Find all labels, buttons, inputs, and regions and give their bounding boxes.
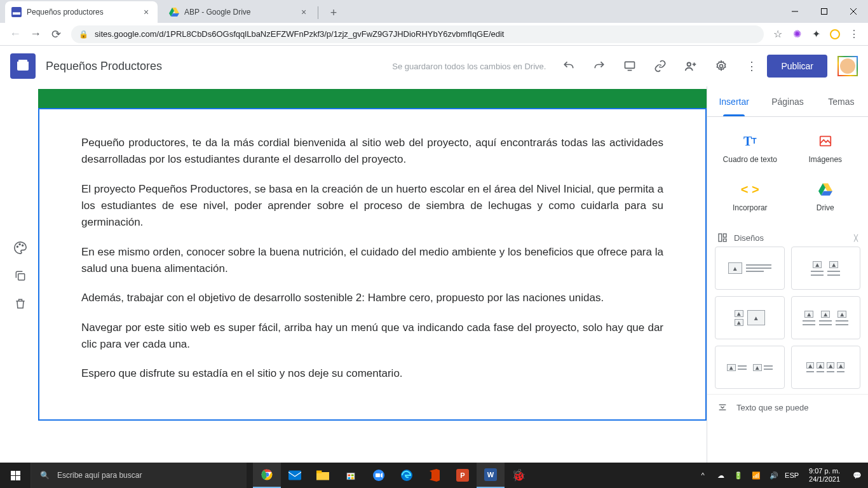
store-taskbar-icon[interactable]	[337, 463, 365, 488]
word-taskbar-icon[interactable]: W	[477, 463, 505, 488]
edge-taskbar-icon[interactable]	[393, 463, 421, 488]
link-button[interactable]	[653, 58, 668, 74]
nav-reload-button[interactable]: ⟳	[46, 24, 66, 44]
layout-option-2[interactable]: ▲ ▲	[791, 247, 861, 290]
paragraph[interactable]: Navegar por este sitio web es super fáci…	[81, 320, 663, 353]
collapse-icon[interactable]: ╳	[854, 234, 858, 241]
settings-button[interactable]	[714, 58, 729, 74]
url-input[interactable]: 🔒 sites.google.com/d/1PRL8CbDs6OGsfqqlLb…	[71, 25, 764, 43]
sites-logo-icon[interactable]	[10, 53, 36, 79]
account-avatar[interactable]	[837, 56, 858, 76]
browser-tab-inactive[interactable]: ABP - Google Drive ×	[163, 1, 315, 23]
close-tab-icon[interactable]: ×	[141, 7, 151, 17]
tray-lang[interactable]: ESP	[786, 471, 797, 479]
tab-themes[interactable]: Temas	[815, 86, 868, 116]
extension-purple-icon[interactable]: ✺	[790, 28, 803, 41]
chrome-menu-icon[interactable]: ⋮	[848, 28, 860, 41]
collapsible-text-item[interactable]: Texto que se puede	[707, 394, 868, 420]
svg-rect-37	[376, 473, 380, 477]
share-button[interactable]	[683, 58, 698, 74]
tray-chevron-icon[interactable]: ^	[697, 471, 709, 479]
paragraph[interactable]: Pequeño productores, te da la más cordia…	[81, 135, 663, 168]
tray-volume-icon[interactable]: 🔊	[768, 471, 780, 480]
tray-onedrive-icon[interactable]: ☁	[715, 471, 726, 480]
thumb-image-icon: ▲	[821, 311, 830, 318]
app-taskbar-icon[interactable]: 🐞	[505, 463, 532, 488]
page-canvas[interactable]: Pequeño productores, te da la más cordia…	[38, 89, 707, 463]
maximize-button[interactable]	[810, 0, 839, 23]
header-section[interactable]	[38, 89, 707, 108]
publish-button[interactable]: Publicar	[767, 55, 827, 78]
more-button[interactable]: ⋮	[744, 58, 759, 74]
layout-option-5[interactable]: ▲ ▲	[715, 346, 785, 389]
system-tray: ^ ☁ 🔋 📶 🔊 ESP 9:07 p. m. 24/1/2021 💬	[692, 467, 868, 484]
thumb-image-icon: ▲	[727, 364, 736, 371]
svg-point-15	[22, 245, 24, 246]
office-taskbar-icon[interactable]	[421, 463, 449, 488]
explorer-taskbar-icon[interactable]	[309, 463, 337, 488]
tray-notifications-icon[interactable]: 💬	[851, 471, 863, 480]
tab-insert[interactable]: Insertar	[707, 86, 761, 116]
extension-circle-icon[interactable]	[829, 28, 841, 41]
insert-textbox[interactable]: TT Cuadro de texto	[712, 125, 788, 173]
insert-drive[interactable]: Drive	[788, 173, 864, 221]
site-title[interactable]: Pequeños Productores	[46, 60, 162, 73]
tray-wifi-icon[interactable]: 📶	[750, 471, 762, 480]
lock-icon: 🔒	[79, 30, 88, 39]
star-icon[interactable]: ☆	[771, 28, 784, 41]
canvas-area: Pequeño productores, te da la más cordia…	[0, 86, 707, 463]
tray-time: 9:07 p. m.	[809, 467, 840, 475]
new-tab-button[interactable]: +	[325, 4, 342, 22]
insert-label: Drive	[817, 203, 834, 212]
preview-button[interactable]	[622, 58, 637, 74]
paragraph[interactable]: El proyecto Pequeños Productores, se bas…	[81, 181, 663, 231]
tray-clock[interactable]: 9:07 p. m. 24/1/2021	[804, 467, 845, 484]
redo-button[interactable]	[592, 58, 607, 74]
layout-option-1[interactable]: ▲	[715, 247, 785, 290]
layouts-label: Diseños	[734, 233, 764, 243]
tray-battery-icon[interactable]: 🔋	[733, 471, 744, 480]
browser-tab-strip: ▬ Pequeños productores × ABP - Google Dr…	[0, 0, 868, 23]
tab-pages[interactable]: Páginas	[761, 86, 814, 116]
nav-back-button[interactable]: ←	[5, 24, 25, 44]
zoom-taskbar-icon[interactable]	[365, 463, 393, 488]
nav-forward-button[interactable]: →	[25, 24, 46, 44]
thumb-image-icon: ▲	[806, 362, 814, 369]
start-button[interactable]	[0, 463, 31, 488]
textbox-icon: TT	[742, 133, 757, 149]
powerpoint-taskbar-icon[interactable]: P	[449, 463, 477, 488]
minimize-button[interactable]	[780, 0, 810, 23]
layout-option-4[interactable]: ▲ ▲ ▲	[791, 296, 861, 339]
svg-point-12	[720, 65, 723, 68]
paragraph[interactable]: Espero que disfrute su estadía en el sit…	[81, 365, 663, 382]
paragraph[interactable]: Además, trabajar con el objetivo de desa…	[81, 290, 663, 306]
selected-text-block[interactable]: Pequeño productores, te da la más cordia…	[38, 108, 707, 421]
insert-grid: TT Cuadro de texto Imágenes < > Incorpor…	[707, 117, 868, 226]
close-window-button[interactable]	[839, 0, 868, 23]
sites-app-bar: Pequeños Productores Se guardaron todos …	[0, 46, 868, 86]
extensions-puzzle-icon[interactable]: ✦	[810, 28, 822, 41]
sites-favicon: ▬	[11, 7, 22, 17]
paragraph[interactable]: En ese mismo orden, conocer sobre la bue…	[81, 244, 663, 278]
chrome-taskbar-icon[interactable]	[253, 463, 281, 488]
browser-tab-active[interactable]: ▬ Pequeños productores ×	[5, 1, 158, 23]
drive-icon	[818, 182, 833, 197]
side-panel: Insertar Páginas Temas TT Cuadro de text…	[707, 86, 868, 463]
tab-title: ABP - Google Drive	[184, 8, 299, 17]
palette-icon[interactable]	[11, 239, 29, 257]
undo-button[interactable]	[561, 58, 576, 74]
mail-taskbar-icon[interactable]	[281, 463, 309, 488]
close-tab-icon[interactable]: ×	[299, 7, 309, 17]
insert-embed[interactable]: < > Incorporar	[712, 173, 788, 221]
duplicate-icon[interactable]	[11, 267, 29, 285]
delete-icon[interactable]	[11, 295, 29, 313]
svg-rect-23	[723, 239, 726, 241]
layout-option-3[interactable]: ▲▲ ▲	[715, 296, 785, 339]
svg-rect-32	[348, 475, 351, 477]
svg-rect-34	[348, 477, 351, 479]
insert-images[interactable]: Imágenes	[788, 125, 864, 173]
floating-tools	[11, 239, 29, 313]
svg-rect-35	[351, 477, 354, 479]
layout-option-6[interactable]: ▲ ▲ ▲ ▲	[791, 346, 861, 389]
taskbar-search[interactable]: 🔍 Escribe aquí para buscar	[31, 463, 247, 488]
